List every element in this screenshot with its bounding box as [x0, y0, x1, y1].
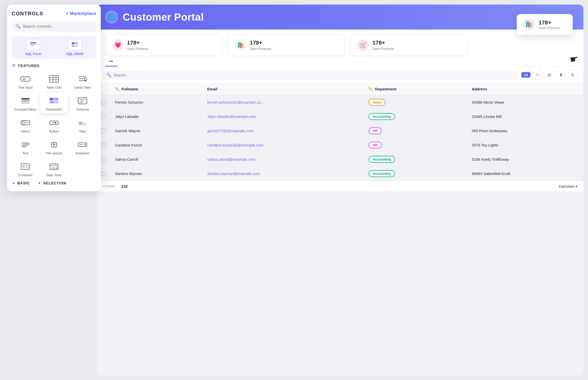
- svg-rect-48: [26, 165, 29, 166]
- sort-icon-email[interactable]: ↑↓: [220, 88, 223, 91]
- control-table-grid[interactable]: Table Grid: [40, 71, 68, 91]
- table-grid-label: Table Grid: [46, 86, 61, 89]
- control-dropdown[interactable]: Dopdown: [69, 137, 96, 157]
- dashboard-icon: [48, 96, 60, 106]
- button-label: Button: [49, 129, 59, 133]
- featured-section-header[interactable]: ▼ FEATURED: [12, 63, 96, 68]
- table-search-bar[interactable]: 🔍: [103, 71, 518, 79]
- selection-section-header[interactable]: ▼ SELECTION: [38, 181, 66, 185]
- control-select[interactable]: Select: [12, 115, 39, 135]
- control-dashboard[interactable]: Dashboard: [40, 93, 68, 113]
- table-row: Fermin Schumm fermin.schumm51@example.co…: [97, 95, 583, 110]
- row-checkbox[interactable]: [101, 157, 106, 162]
- nav-tab-main[interactable]: ▬: [105, 56, 118, 66]
- portal-title: Customer Portal: [123, 11, 204, 23]
- sort-button[interactable]: ↑↓: [533, 70, 542, 79]
- selection-section-label: SELECTION: [43, 181, 66, 185]
- count-label: COUNT: [103, 184, 115, 188]
- control-container[interactable]: Container: [12, 159, 39, 179]
- row-email: candace.kunze@@example.com: [203, 138, 364, 152]
- textarea-label: Textarea: [76, 107, 89, 111]
- svg-rect-2: [30, 45, 34, 46]
- row-email: salma.carroll@example.com: [203, 152, 364, 167]
- control-button[interactable]: Button: [40, 115, 68, 135]
- sort-icon-address[interactable]: ↑↓: [489, 88, 492, 91]
- dropdown-icon: [76, 139, 89, 150]
- stat-number-1: 178+: [127, 39, 149, 46]
- basic-section-header[interactable]: ▼ BASIC: [12, 181, 30, 185]
- row-department: Sales: [364, 95, 467, 110]
- row-address: 5184 Keely Trafficway: [467, 152, 583, 167]
- control-file-upload[interactable]: File upload: [40, 137, 68, 157]
- control-date-time[interactable]: ● ● ● Date Time: [40, 159, 68, 179]
- featured-chevron-icon: ▼: [12, 63, 16, 68]
- table-row: Candace Kunze candace.kunze@@example.com…: [97, 138, 583, 152]
- row-checkbox[interactable]: [101, 129, 106, 133]
- floating-card: 🛍️ 178+ Save Products: [517, 14, 573, 35]
- control-text[interactable]: Text: [12, 137, 39, 157]
- nav-strip: ▬: [97, 56, 583, 67]
- grouped-menu-icon: [19, 96, 32, 106]
- sort-icon-fullname[interactable]: ↑↓: [141, 88, 144, 91]
- col-header-department[interactable]: ✏️ Department ↑↓: [364, 83, 467, 95]
- date-time-label: Date Time: [46, 173, 61, 177]
- row-email: Santino.wyman@example.com: [203, 167, 364, 181]
- svg-rect-22: [50, 98, 53, 100]
- row-address: 15465 Linnea Mill: [467, 110, 583, 124]
- svg-text:●: ●: [52, 167, 53, 169]
- stat-icon-2: 🛍️: [235, 39, 246, 51]
- row-fullname: Salma Carroll: [110, 152, 203, 167]
- detail-view-label: Detail View: [74, 86, 91, 89]
- controls-search-bar[interactable]: 🔍: [12, 21, 96, 32]
- sql-crud-icon: [68, 39, 82, 50]
- dept-badge: Accounting: [369, 156, 395, 163]
- sql-form-item[interactable]: SQL Form: [14, 39, 52, 56]
- text-input-icon: T: [19, 74, 32, 84]
- sql-crud-item[interactable]: SQL CRUD: [56, 39, 94, 56]
- dept-badge: Accounting: [369, 113, 395, 120]
- row-checkbox[interactable]: [101, 100, 106, 105]
- row-checkbox[interactable]: [101, 114, 106, 119]
- col-header-email[interactable]: Email ↑↓: [203, 83, 364, 95]
- control-textarea[interactable]: Textarea: [69, 93, 96, 113]
- control-grouped-menu[interactable]: Grouped Menu: [12, 93, 39, 113]
- text-label: Text: [22, 151, 29, 155]
- row-address: 54368 Mertz Views: [467, 95, 583, 110]
- toolbar-actions: 14 ↑↓ ⊟ ⬇ ↻: [521, 70, 577, 79]
- svg-rect-21: [21, 102, 30, 104]
- sort-icon-dept[interactable]: ↑↓: [399, 88, 402, 91]
- cursor-hand-icon: ☛: [569, 53, 579, 65]
- bottom-sections: ▼ BASIC ▼ SELECTION: [12, 181, 96, 185]
- controls-search-input[interactable]: [23, 24, 93, 29]
- table-search-input[interactable]: [114, 73, 514, 77]
- svg-marker-35: [55, 122, 57, 124]
- sql-crud-label: SQL CRUD: [66, 52, 83, 56]
- col-header-fullname[interactable]: ✏️ Fullname ↑↓: [110, 83, 203, 95]
- control-tabs[interactable]: Tabs: [69, 115, 96, 135]
- refresh-button[interactable]: ↻: [568, 70, 577, 79]
- svg-rect-3: [72, 42, 75, 44]
- calculate-button[interactable]: Calculate ▾: [559, 184, 577, 188]
- main-content-area: 🌐 Customer Portal 💗 178+ Save Products 🛍…: [97, 5, 583, 375]
- dashboard-label: Dashboard: [46, 107, 62, 111]
- tabs-icon: [76, 117, 89, 128]
- svg-rect-26: [78, 98, 87, 104]
- table-search-icon: 🔍: [106, 73, 111, 77]
- globe-icon: 🌐: [105, 10, 118, 24]
- table-row: Santino Wyman Santino.wyman@example.com …: [97, 167, 583, 181]
- stat-card-2: 🛍️ 178+ Save Products: [228, 35, 345, 56]
- filter-button[interactable]: ⊟: [545, 70, 554, 79]
- control-text-input[interactable]: T Text Input: [12, 71, 39, 91]
- table-footer: COUNT 232 Calculate ▾: [97, 181, 583, 192]
- col-header-address[interactable]: Address ↑↓: [467, 83, 583, 95]
- row-checkbox[interactable]: [101, 171, 106, 176]
- stat-card-1: 💗 178+ Save Products: [105, 35, 222, 56]
- basic-chevron-icon: ▼: [12, 181, 16, 185]
- marketplace-button[interactable]: + Marketplace: [66, 11, 96, 16]
- control-detail-view[interactable]: Detail View: [69, 71, 96, 91]
- stat-icon-1: 💗: [112, 39, 123, 51]
- download-button[interactable]: ⬇: [556, 70, 566, 79]
- row-checkbox[interactable]: [101, 143, 106, 147]
- button-icon: [48, 117, 60, 128]
- selection-chevron-icon: ▼: [38, 181, 41, 185]
